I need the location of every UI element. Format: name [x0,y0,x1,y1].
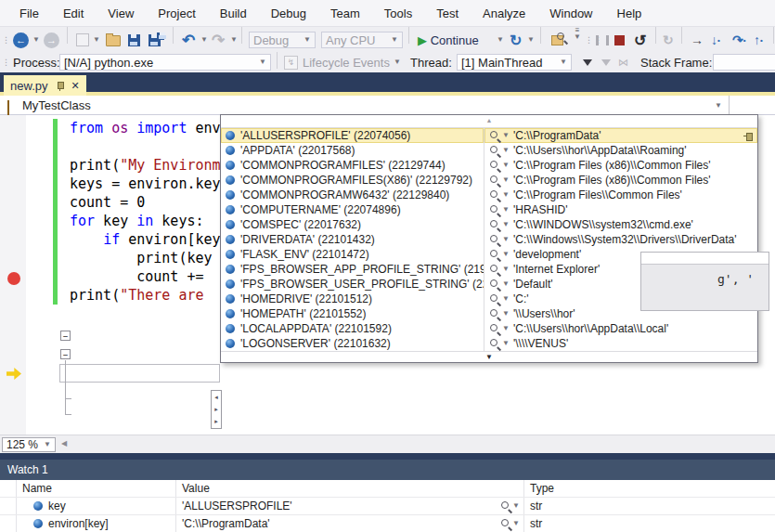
restart-button[interactable]: ↺ [634,27,646,53]
popup-value-cell[interactable]: ▼'C:\\Program Files (x86)\\Common Files' [484,158,757,173]
menu-item-team[interactable]: Team [318,2,372,25]
visualizer-caret-icon[interactable]: ▼ [502,206,510,214]
lifecycle-events-button[interactable]: ↯ [284,52,298,72]
popup-row[interactable]: 'COMMONPROGRAMFILES' (22129744)▼'C:\\Pro… [221,158,757,173]
visualizer-caret-icon[interactable]: ▼ [512,520,520,527]
visualizer-caret-icon[interactable]: ▼ [512,502,520,510]
visualizer-caret-icon[interactable]: ▼ [502,280,510,288]
pin-to-source-icon[interactable] [743,132,755,140]
breakpoint-indicator[interactable] [7,272,20,285]
step-over-button[interactable]: ↷• [732,27,746,53]
navigate-forward-button[interactable]: → [44,27,59,53]
popup-row[interactable]: 'COMMONPROGRAMW6432' (22129840)▼'C:\\Pro… [221,188,757,202]
watch-name-cell[interactable]: key [17,498,176,514]
code-line[interactable]: print(key [70,249,221,267]
popup-key-cell[interactable]: 'APPDATA' (22017568) [221,143,484,158]
popup-value-cell[interactable]: ▼'C:\\WINDOWS\\system32\\cmd.exe' [484,217,757,232]
stop-debugging-button[interactable] [614,27,625,53]
watch-visualizer[interactable]: ▼ [500,518,523,530]
filter-flagged-button[interactable] [601,52,611,72]
watch-title-bar[interactable]: Watch 1 [0,460,775,480]
save-button[interactable] [128,27,140,53]
visualizer-caret-icon[interactable]: ▼ [502,266,510,273]
popup-key-cell[interactable]: 'LOGONSERVER' (22101632) [221,336,484,351]
filter-threads-button[interactable] [583,52,592,72]
watch-visualizer[interactable]: ▼ [500,500,523,513]
menu-item-debug[interactable]: Debug [259,2,318,25]
new-project-caret[interactable]: ▼ [93,27,100,53]
find-in-files-button[interactable] [551,27,568,53]
text-visualizer-icon[interactable] [500,500,512,513]
breakpoint-options-button[interactable]: ≡▼ [574,27,581,53]
watch-type-cell[interactable]: str [524,515,775,532]
popup-value-cell[interactable]: ▼'\\\\VENUS' [484,336,757,351]
navigate-back-button[interactable]: ← [13,27,29,53]
popup-value-cell[interactable]: ▼'C:\\Users\\hor\\AppData\\Local' [484,321,757,336]
text-visualizer-icon[interactable] [489,308,501,320]
lifecycle-events-caret[interactable]: ▼ [394,52,401,72]
process-dropdown[interactable]: [N/A] python.exe▼ [59,54,271,71]
watch-row[interactable]: key'ALLUSERSPROFILE'▼str [0,498,775,515]
text-visualizer-icon[interactable] [489,338,501,350]
menu-item-edit[interactable]: Edit [51,2,96,25]
navigate-back-caret[interactable]: ▼ [32,27,40,53]
popup-key-cell[interactable]: 'FPS_BROWSER_USER_PROFILE_STRING' (22065… [221,277,484,292]
code-editor[interactable]: − − from os import env print("My Environ… [0,115,775,435]
visualizer-caret-icon[interactable]: ▼ [502,176,510,184]
popup-key-cell[interactable]: 'DRIVERDATA' (22101432) [221,232,484,247]
fold-collapse-box[interactable]: − [60,331,71,341]
watch-type-cell[interactable]: str [524,498,775,514]
code-line[interactable]: from os import env [70,119,221,137]
code-text[interactable]: from os import env print("My Environmkey… [70,119,221,305]
continue-caret[interactable]: ▼ [497,27,504,53]
show-next-statement-button[interactable]: → [691,27,704,53]
popup-row[interactable]: 'DRIVERDATA' (22101432)▼'C:\\Windows\\Sy… [221,232,757,247]
popup-row[interactable]: 'COMMONPROGRAMFILES(X86)' (22129792)▼'C:… [221,173,757,188]
solution-configuration-dropdown[interactable]: Debug▼ [249,32,316,48]
zoom-dropdown[interactable]: 125 % ▼ [2,437,56,452]
close-tab-icon[interactable]: ✕ [71,80,79,92]
visualizer-caret-icon[interactable]: ▼ [502,221,510,228]
menu-item-analyze[interactable]: Analyze [471,2,537,25]
popup-key-cell[interactable]: 'FPS_BROWSER_APP_PROFILE_STRING' (219870… [221,262,484,277]
visualizer-caret-icon[interactable]: ▼ [502,295,510,303]
solution-platform-dropdown[interactable]: Any CPU▼ [321,32,403,48]
popup-row[interactable]: 'COMPUTERNAME' (22074896)▼'HRASHID' [221,202,757,217]
menu-item-tools[interactable]: Tools [372,2,424,25]
code-line[interactable]: keys = environ.key [70,175,221,193]
popup-row[interactable]: 'LOCALAPPDATA' (22101592)▼'C:\\Users\\ho… [221,321,757,336]
popup-value-cell[interactable]: ▼'C:\\ProgramData' [484,128,757,143]
popup-row[interactable]: 'COMSPEC' (22017632)▼'C:\\WINDOWS\\syste… [221,217,757,232]
stack-frame-dropdown[interactable] [713,54,775,71]
text-visualizer-icon[interactable] [489,160,501,172]
text-visualizer-icon[interactable] [489,279,501,291]
text-visualizer-icon[interactable] [489,145,501,157]
code-line[interactable]: print("There are [70,286,221,305]
redo-caret[interactable]: ▼ [230,27,238,53]
text-visualizer-icon[interactable] [489,249,501,261]
popup-value-cell[interactable]: ▼'C:\\Program Files (x86)\\Common Files' [484,173,757,188]
popup-scroll-up[interactable]: ▲ [221,115,757,128]
redo-button[interactable]: ↷ [212,27,225,53]
text-visualizer-icon[interactable] [489,323,501,335]
code-line[interactable]: count += [70,267,221,286]
menu-item-view[interactable]: View [96,2,146,25]
popup-key-cell[interactable]: 'COMMONPROGRAMFILES(X86)' (22129792) [221,173,484,188]
popup-key-cell[interactable]: 'HOMEDRIVE' (22101512) [221,292,484,306]
save-all-button[interactable] [149,27,164,53]
visualizer-caret-icon[interactable]: ▼ [502,132,510,139]
popup-value-cell[interactable]: ▼'HRASHID' [484,202,757,217]
popup-value-cell[interactable]: ▼'C:\\Program Files\\Common Files' [484,188,757,202]
menu-item-help[interactable]: Help [605,2,654,25]
code-line[interactable]: if environ[key [70,230,221,249]
continue-button[interactable]: ▶ Continue [418,27,479,53]
popup-key-cell[interactable]: 'HOMEPATH' (22101552) [221,306,484,321]
visualizer-caret-icon[interactable]: ▼ [502,310,510,318]
watch-value-cell[interactable]: 'ALLUSERSPROFILE'▼ [176,498,524,514]
class-dropdown-value[interactable]: MyTestClass [22,98,91,112]
watch-value-cell[interactable]: 'C:\\ProgramData'▼ [176,515,524,532]
text-visualizer-icon[interactable] [489,293,501,305]
step-into-button[interactable]: ↓• [711,27,720,53]
datatip-fragment-expanders[interactable]: ◂▸▸ [211,390,222,429]
visualizer-caret-icon[interactable]: ▼ [502,147,510,154]
